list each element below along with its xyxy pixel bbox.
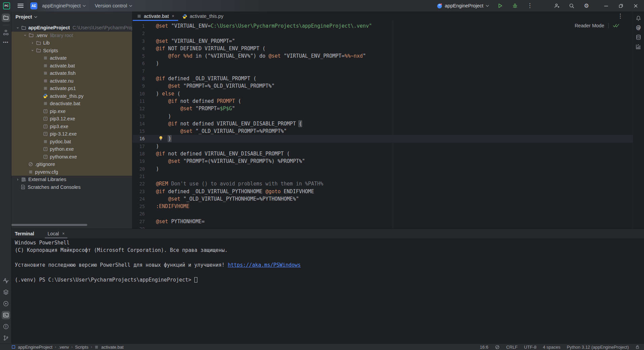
tree-item-external-libraries[interactable]: External Libraries — [11, 176, 132, 183]
breadcrumb-file[interactable]: activate.bat — [101, 345, 124, 350]
project-panel-header[interactable]: Project — [15, 11, 37, 22]
vcs-menu[interactable]: Version control — [95, 3, 132, 8]
tree-item-pythonw-exe[interactable]: ?pythonw.exe — [11, 153, 132, 161]
python-console-tool-icon[interactable] — [2, 276, 10, 285]
breadcrumb-venv[interactable]: .venv — [59, 345, 69, 350]
code-line-28[interactable]: 28 — [133, 225, 644, 229]
code-line-13[interactable]: 13 ) — [133, 113, 644, 120]
breadcrumb-scripts[interactable]: Scripts — [75, 345, 89, 350]
code-line-10[interactable]: 10) else ( — [133, 90, 644, 97]
terminal-tool-icon[interactable] — [2, 311, 10, 319]
packages-tool-icon[interactable] — [2, 288, 10, 296]
tree-item-appengineproject[interactable]: appEngineProjectC:\Users\User\PycharmPro… — [11, 24, 132, 32]
interpreter-indicator[interactable]: Python 3.12 (appEngineProject) — [567, 345, 629, 350]
code-line-4[interactable]: 4@if NOT DEFINED VIRTUAL_ENV_PROMPT ( — [133, 45, 644, 52]
terminal-title[interactable]: Terminal — [15, 231, 34, 236]
structure-tool-icon[interactable] — [2, 28, 10, 37]
search-everywhere-icon[interactable] — [568, 2, 575, 9]
more-actions-icon[interactable]: ⋮ — [526, 2, 534, 9]
unlocked-icon[interactable] — [635, 345, 640, 349]
terminal-output[interactable]: Windows PowerShell(C) Корпорация Майкрос… — [15, 239, 641, 284]
version-control-tool-icon[interactable] — [2, 334, 10, 342]
horizontal-scrollbar[interactable] — [11, 224, 87, 226]
code-line-27[interactable]: 27@set PYTHONHOME= — [133, 218, 644, 225]
tree-item-deactivate-bat[interactable]: deactivate.bat — [11, 100, 132, 108]
settings-gear-icon[interactable]: ⚙ — [583, 2, 590, 9]
reader-mode-toggle[interactable]: Reader Mode — [575, 23, 604, 28]
code-line-8[interactable]: 8@if defined _OLD_VIRTUAL_PROMPT ( — [133, 75, 644, 82]
code-line-24[interactable]: 24 @set "_OLD_VIRTUAL_PYTHONHOME=%PYTHON… — [133, 195, 644, 203]
main-menu-icon[interactable] — [18, 4, 24, 8]
tree-item-scratches-and-consoles[interactable]: Scratches and Consoles — [11, 183, 132, 191]
chevron-down-icon[interactable] — [22, 33, 28, 38]
code-line-25[interactable]: 25:ENDIFVHOME — [133, 203, 644, 210]
caret-position[interactable]: 16:6 — [480, 345, 488, 350]
minimize-button[interactable] — [602, 2, 610, 9]
chevron-down-icon[interactable] — [15, 25, 20, 30]
plots-tool-icon[interactable] — [635, 43, 642, 50]
highlighting-level-icon[interactable] — [495, 345, 500, 350]
encoding-indicator[interactable]: UTF-8 — [524, 345, 537, 350]
debug-button[interactable] — [511, 2, 519, 9]
terminal-link[interactable]: https://aka.ms/PSWindows — [228, 262, 301, 268]
problems-tool-icon[interactable] — [2, 322, 10, 331]
tree-item-activate-bat[interactable]: activate.bat — [11, 62, 132, 70]
tree-item-pip-3-12-exe[interactable]: ?pip-3.12.exe — [11, 130, 132, 138]
tree-item-pydoc-bat[interactable]: pydoc.bat — [11, 138, 132, 146]
code-line-15[interactable]: 15 @set "_OLD_VIRTUAL_PROMPT=%PROMPT%" — [133, 127, 644, 135]
close-terminal-tab-icon[interactable]: × — [62, 231, 65, 236]
code-line-5[interactable]: 5 @for %%d in ("%VIRTUAL_ENV%") do @set … — [133, 52, 644, 60]
code-editor[interactable]: 1@set "VIRTUAL_ENV=C:\Users\User\Pycharm… — [133, 21, 644, 229]
tree-item-pip3-12-exe[interactable]: ?pip3.12.exe — [11, 115, 132, 123]
code-line-22[interactable]: 22@REM Don't use () to avoid problems wi… — [133, 180, 644, 187]
breadcrumb-project[interactable]: appEngineProject — [18, 345, 53, 350]
tree-item-scripts[interactable]: Scripts — [11, 47, 132, 55]
tab-activate-this-py[interactable]: activate_this.py — [178, 11, 227, 21]
tree-item-pyvenv-cfg[interactable]: pyvenv.cfg — [11, 168, 132, 176]
services-tool-icon[interactable] — [2, 299, 10, 308]
tree-item-python-exe[interactable]: ?python.exe — [11, 145, 132, 153]
notifications-bell-icon[interactable] — [635, 14, 642, 22]
database-tool-icon[interactable] — [635, 33, 642, 41]
inspections-ok-icon[interactable] — [613, 23, 619, 28]
code-line-2[interactable]: 2 — [133, 30, 644, 37]
tree-item--gitignore[interactable]: .gitignore — [11, 161, 132, 168]
line-ending-indicator[interactable]: CRLF — [506, 345, 518, 350]
project-tool-icon[interactable] — [2, 13, 10, 22]
code-with-me-icon[interactable] — [553, 2, 560, 9]
code-line-23[interactable]: 23@if defined _OLD_VIRTUAL_PYTHONHOME @g… — [133, 188, 644, 195]
code-line-3[interactable]: 3@set "VIRTUAL_ENV_PROMPT=" — [133, 37, 644, 45]
close-tab-icon[interactable]: × — [172, 14, 174, 19]
code-line-1[interactable]: 1@set "VIRTUAL_ENV=C:\Users\User\Pycharm… — [133, 22, 644, 30]
tree-item-activate-nu[interactable]: activate.nu — [11, 77, 132, 85]
run-button[interactable] — [496, 2, 504, 9]
tree-item-pip-exe[interactable]: ?pip.exe — [11, 108, 132, 115]
tree-item-activate[interactable]: activate — [11, 54, 132, 62]
code-line-12[interactable]: 12 @set "PROMPT=$P$G" — [133, 105, 644, 112]
code-line-20[interactable]: 20) — [133, 165, 644, 173]
code-line-14[interactable]: 14 @if not defined VIRTUAL_ENV_DISABLE_P… — [133, 120, 644, 127]
code-line-19[interactable]: 19 @set "PROMPT=(%VIRTUAL_ENV_PROMPT%) %… — [133, 157, 644, 165]
code-line-7[interactable]: 7 — [133, 67, 644, 75]
tree-item-activate-ps1[interactable]: activate.ps1 — [11, 85, 132, 92]
close-button[interactable] — [632, 2, 639, 9]
tree-item-activate-fish[interactable]: activate.fish — [11, 69, 132, 77]
code-line-26[interactable]: 26 — [133, 210, 644, 217]
ai-assistant-icon[interactable]: @ — [635, 24, 642, 31]
chevron-right-icon[interactable] — [30, 40, 35, 46]
tab-activate-bat[interactable]: activate.bat × — [133, 11, 178, 21]
more-tool-windows-icon[interactable]: ••• — [3, 40, 9, 45]
run-configuration[interactable]: appEngineProject — [437, 3, 489, 9]
code-line-6[interactable]: 6) — [133, 60, 644, 67]
tab-options-icon[interactable]: ⋮ — [617, 11, 623, 21]
restore-button[interactable] — [617, 2, 624, 9]
code-line-16[interactable]: 16 ) — [133, 135, 644, 142]
chevron-right-icon[interactable] — [15, 177, 20, 182]
tree-item-lib[interactable]: Lib — [11, 39, 132, 47]
code-line-11[interactable]: 11 @if not defined PROMPT ( — [133, 97, 644, 105]
terminal-tab-local[interactable]: Local × — [43, 229, 68, 238]
code-line-17[interactable]: 17) — [133, 143, 644, 150]
code-line-9[interactable]: 9 @set "PROMPT=%_OLD_VIRTUAL_PROMPT%" — [133, 82, 644, 90]
indent-indicator[interactable]: 4 spaces — [543, 345, 560, 350]
code-line-18[interactable]: 18@if not defined VIRTUAL_ENV_DISABLE_PR… — [133, 150, 644, 157]
